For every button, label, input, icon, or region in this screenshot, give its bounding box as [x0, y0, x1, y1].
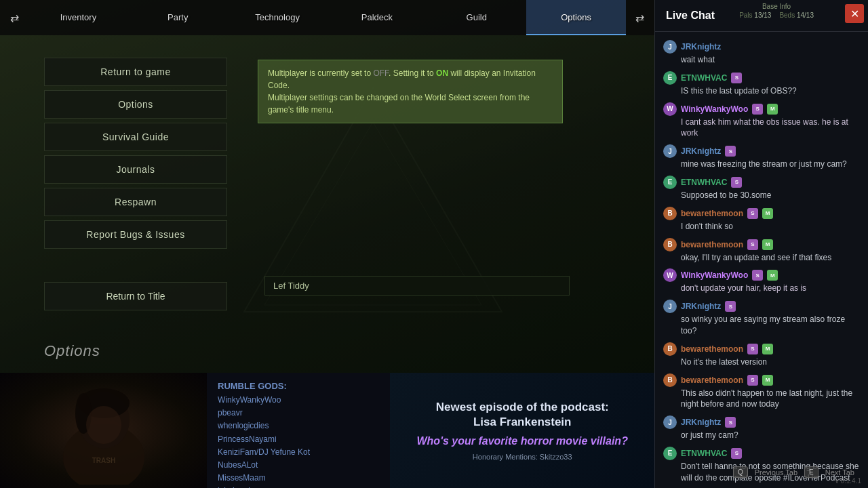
rumble-name-2: pbeavr [218, 407, 379, 420]
username: JRKnightz [681, 42, 721, 52]
mod-badge: M [767, 270, 778, 281]
sub-badge: S [752, 104, 763, 115]
tab-inventory[interactable]: Inventory [28, 0, 128, 35]
rumble-name-4: PrincessNayami [218, 433, 379, 446]
close-button[interactable]: ✕ [845, 4, 864, 23]
chat-title: Live Chat [666, 9, 715, 22]
return-to-game-button[interactable]: Return to game [44, 58, 227, 86]
mod-badge: M [767, 104, 778, 115]
sub-badge: S [725, 417, 736, 428]
user-avatar: B [663, 373, 677, 387]
tab-technology[interactable]: Technology [228, 0, 328, 35]
username: ETNWHVAC [681, 178, 727, 187]
message-text: so winky you are saying my stream also f… [663, 314, 860, 337]
username: bewarethemoon [681, 240, 743, 249]
bottom-stream-area: TRASH RUMBLE GODS: WinkyWankyWoo pbeavr … [0, 373, 654, 488]
svg-point-6 [86, 406, 121, 444]
rumble-name-1: WinkyWankyWoo [218, 394, 379, 407]
nav-helpers: Q Previous Tab E Next Tab [733, 466, 854, 478]
rumble-name-6: NubesALot [218, 459, 379, 472]
nav-left-arrow[interactable]: ⇄ [0, 12, 28, 24]
rumble-name-7: MissesMaam [218, 472, 379, 485]
sub-badge: S [747, 208, 758, 219]
notification-banner: Multiplayer is currently set to OFF. Set… [258, 60, 563, 123]
return-to-title-button[interactable]: Return to Title [44, 282, 227, 310]
user-avatar: J [663, 40, 677, 54]
username: bewarethemoon [681, 344, 743, 354]
respawn-button[interactable]: Respawn [44, 188, 227, 216]
svg-text:TRASH: TRASH [92, 457, 115, 464]
username: ETNWHVAC [681, 73, 727, 83]
sub-badge: S [747, 344, 758, 354]
message-text: No it's the latest version [663, 357, 860, 368]
user-avatar: J [663, 144, 677, 158]
sub-badge: S [731, 73, 742, 83]
sub-badge: S [747, 239, 758, 250]
survival-guide-button[interactable]: Survival Guide [44, 123, 227, 151]
message-text: mine was freezing the stream or just my … [663, 159, 860, 170]
sub-badge: S [747, 375, 758, 386]
username: WinkyWankyWoo [681, 104, 748, 114]
chat-message: J JRKnightz S or just my cam? [655, 413, 868, 444]
user-avatar: B [663, 207, 677, 220]
user-avatar: J [663, 300, 677, 313]
chat-message: J JRKnightz S mine was freezing the stre… [655, 142, 868, 173]
sub-badge: S [731, 177, 742, 188]
character-label: Lef Tiddy [264, 276, 570, 296]
rumble-name-3: whenlogicdies [218, 420, 379, 432]
nav-right-arrow[interactable]: ⇄ [626, 12, 654, 24]
message-text: This also didn't happen to me last night… [663, 388, 860, 411]
sub-badge: S [731, 448, 742, 459]
version-label: v 0.1.4.1 [835, 477, 861, 485]
tab-guild[interactable]: Guild [427, 0, 526, 35]
cam-overlay: TRASH [0, 373, 207, 488]
user-avatar: E [663, 447, 677, 460]
message-text: Supposed to be 30.some [663, 190, 860, 201]
username: JRKnightz [681, 146, 721, 156]
mod-badge: M [762, 375, 773, 386]
tab-party[interactable]: Party [128, 0, 228, 35]
message-text: okay, I'll try an update and see if that… [663, 252, 860, 264]
chat-message: B bewarethemoon SM This also didn't happ… [655, 371, 868, 413]
chat-message: B bewarethemoon SM okay, I'll try an upd… [655, 235, 868, 266]
username: WinkyWankyWoo [681, 270, 748, 280]
tab-options[interactable]: Options [526, 0, 626, 35]
report-bugs-button[interactable]: Report Bugs & Issues [44, 220, 227, 249]
chat-messages: J JRKnightz wait what E ETNWHVAC S IS th… [655, 32, 868, 488]
chat-message: J JRKnightz S so winky you are saying my… [655, 297, 868, 340]
on-text: ON [436, 68, 448, 78]
menu-panel: Return to game Options Survival Guide Jo… [44, 58, 227, 249]
chat-message: J JRKnightz wait what [655, 37, 868, 68]
options-button[interactable]: Options [44, 90, 227, 119]
message-text: IS this the last update of OBS?? [663, 85, 860, 97]
message-text: or just my cam? [663, 430, 860, 441]
mod-badge: M [762, 208, 773, 219]
chat-message: E ETNWHVAC S Supposed to be 30.some [655, 173, 868, 204]
username: JRKnightz [681, 302, 721, 311]
chat-message: B bewarethemoon SM I don't think so [655, 204, 868, 235]
journals-button[interactable]: Journals [44, 155, 227, 184]
username: JRKnightz [681, 418, 721, 427]
mod-badge: M [762, 344, 773, 354]
message-text: I don't think so [663, 221, 860, 232]
sub-badge: S [752, 270, 763, 281]
sub-badge: S [725, 301, 736, 312]
chat-message: B bewarethemoon SM No it's the latest ve… [655, 340, 868, 371]
username: ETNWHVAC [681, 449, 727, 458]
next-tab-key: E [804, 466, 818, 478]
sub-badge: S [725, 146, 736, 157]
user-avatar: E [663, 176, 677, 189]
podcast-title: Newest episode of the podcast:Lisa Frank… [436, 400, 609, 430]
user-avatar: E [663, 71, 677, 85]
honorary-mentions: Honorary Mentions: Skitzzo33 [473, 453, 572, 461]
rumble-gods-section: RUMBLE GODS: WinkyWankyWoo pbeavr whenlo… [207, 373, 390, 488]
message-text: I cant ask him what the obs issue was. h… [663, 117, 860, 140]
tab-paldeck[interactable]: Paldeck [327, 0, 427, 35]
top-nav: ⇄ Inventory Party Technology Paldeck Gui… [0, 0, 654, 35]
message-text: don't update your hair, keep it as is [663, 283, 860, 294]
podcast-section: Newest episode of the podcast:Lisa Frank… [390, 373, 654, 488]
username: bewarethemoon [681, 209, 743, 218]
chat-message: E ETNWHVAC S IS this the last update of … [655, 68, 868, 100]
rumble-name-8: jakehusdon [218, 485, 379, 488]
message-text: wait what [663, 54, 860, 66]
